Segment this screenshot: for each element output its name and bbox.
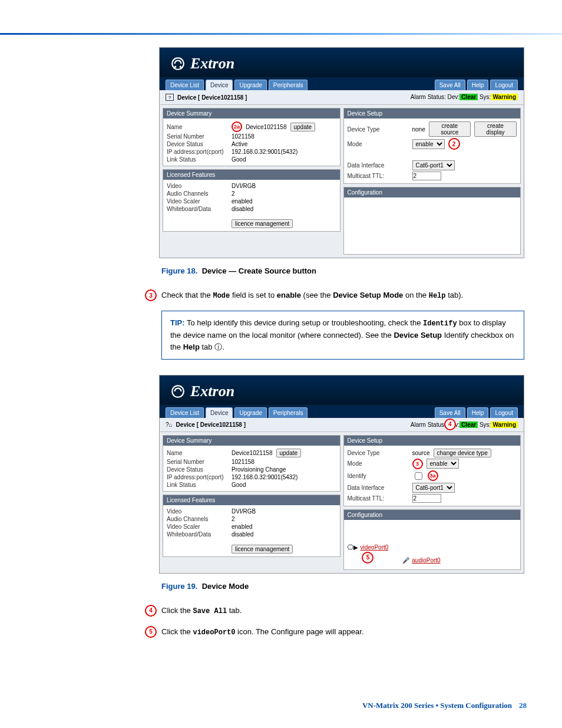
tab-help[interactable]: Help xyxy=(467,407,489,418)
licence-management-button[interactable]: licence management xyxy=(232,545,293,554)
brand-text: Extron xyxy=(190,55,234,73)
panel-header: Configuration xyxy=(344,187,521,197)
licence-management-button[interactable]: licence management xyxy=(232,219,293,228)
change-device-type-button[interactable]: change device type xyxy=(434,449,491,457)
tab-upgrade[interactable]: Upgrade xyxy=(234,80,266,90)
ttl-input[interactable] xyxy=(412,494,441,503)
tab-help[interactable]: Help xyxy=(467,80,489,90)
device-summary-panel: Device Summary Name 2a Device1021158 upd… xyxy=(163,108,340,166)
breadcrumb: Device [ Device1021158 ] xyxy=(176,421,246,428)
extron-logo-icon xyxy=(170,384,186,399)
callout-3a: 3a xyxy=(428,470,438,481)
extron-logo-icon xyxy=(170,56,186,71)
ip-value: 192.168.0.32:9001(5432) xyxy=(232,149,336,155)
fig19-caption: Figure 19. Device Mode xyxy=(161,582,524,591)
step-number-3: 3 xyxy=(145,289,157,301)
breadcrumb: Device [ Device1021158 ] xyxy=(177,94,247,101)
tab-logout[interactable]: Logout xyxy=(490,80,518,90)
alarm-status: Alarm Status: Dev:Clear Sys:Warning xyxy=(411,94,518,101)
tab-device-list[interactable]: Device List xyxy=(166,407,204,418)
tab-upgrade[interactable]: Upgrade xyxy=(234,407,266,418)
mode-select[interactable]: enable xyxy=(427,459,459,469)
fig18-caption: Figure 18. Device — Create Source button xyxy=(161,266,524,275)
step-3: 3 Check that the Mode field is set to en… xyxy=(145,289,524,301)
callout-3: 3 xyxy=(412,459,423,469)
serial-value: 1021158 xyxy=(232,133,336,140)
data-interface-select[interactable]: Cat6-port1 xyxy=(412,160,455,170)
tab-bar: Device List Device Upgrade Peripherals S… xyxy=(160,77,524,90)
page-accent-stripe xyxy=(0,33,562,35)
help-icon-ref: ⓘ xyxy=(214,342,222,351)
page-footer: VN-Matrix 200 Series • System Configurat… xyxy=(362,701,527,710)
status-value: Active xyxy=(232,141,336,147)
step-number-5: 5 xyxy=(145,626,157,638)
panel-header: Device Setup xyxy=(344,108,521,118)
panel-header: Licensed Features xyxy=(163,170,340,180)
mode-select[interactable]: enable xyxy=(412,139,445,149)
create-source-button[interactable]: create source xyxy=(429,121,471,137)
step-5: 5 Click the videoPort0 icon. The Configu… xyxy=(145,626,524,638)
fig19-screenshot: Extron Device List Device Upgrade Periph… xyxy=(159,375,524,574)
tip-box: TIP: To help identify this device during… xyxy=(161,311,524,360)
identify-checkbox[interactable] xyxy=(415,472,422,480)
alarm-status: Alarm Status: Dev:Clear Sys:Warning xyxy=(411,421,518,428)
tab-device[interactable]: Device xyxy=(206,407,233,418)
callout-5: 5 xyxy=(362,552,373,564)
device-setup-panel: Device Setup Device Type none create sou… xyxy=(343,108,521,184)
callout-2: 2 xyxy=(448,138,460,150)
licensed-features-panel: Licensed Features VideoDVI/RGB Audio Cha… xyxy=(163,169,340,232)
panel-header: Device Summary xyxy=(163,108,340,118)
step-4: 4 Click the Save All tab. xyxy=(145,605,524,617)
ttl-input[interactable] xyxy=(412,172,441,180)
data-interface-select[interactable]: Cat6-port1 xyxy=(412,483,455,493)
name-value: Device1021158 xyxy=(246,124,287,130)
app-header: Extron xyxy=(160,48,524,77)
tab-save-all[interactable]: Save All xyxy=(435,80,465,90)
device-type-value: none xyxy=(412,126,425,133)
link-value: Good xyxy=(232,156,336,163)
tab-logout[interactable]: Logout xyxy=(490,407,518,418)
update-button[interactable]: update xyxy=(290,123,316,131)
callout-4: 4 xyxy=(444,419,456,430)
videoport0-link[interactable]: videoPort0 xyxy=(361,544,389,551)
microphone-icon: 🎤 xyxy=(402,557,409,564)
create-display-button[interactable]: create display xyxy=(474,121,517,137)
step-number-4: 4 xyxy=(145,605,157,617)
breadcrumb-icon: ? xyxy=(166,94,174,101)
tab-peripherals[interactable]: Peripherals xyxy=(269,80,308,90)
tab-device[interactable]: Device xyxy=(206,80,233,90)
audioport0-link[interactable]: audioPort0 xyxy=(412,557,440,564)
update-button[interactable]: update xyxy=(276,449,302,457)
callout-2a: 2a xyxy=(232,121,242,132)
monitor-icon: 🖵▶ xyxy=(348,544,358,551)
tab-peripherals[interactable]: Peripherals xyxy=(269,407,308,418)
fig18-screenshot: Extron Device List Device Upgrade Periph… xyxy=(159,47,524,258)
tab-device-list[interactable]: Device List xyxy=(166,80,204,90)
breadcrumb-icon: ?⌂ xyxy=(166,421,173,428)
configuration-panel: Configuration xyxy=(343,187,521,255)
tab-save-all[interactable]: Save All 4 xyxy=(435,407,465,418)
